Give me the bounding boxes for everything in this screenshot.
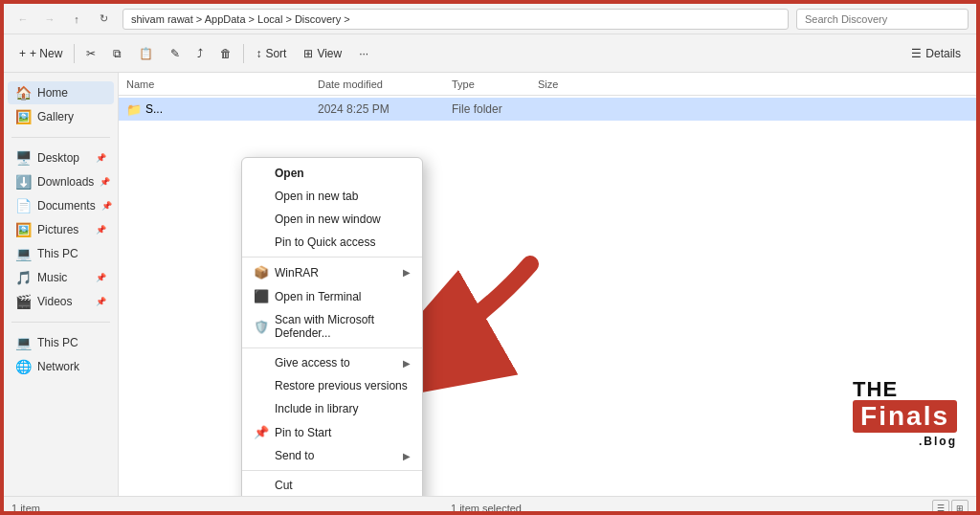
ctx-terminal[interactable]: ⬛ Open in Terminal [242, 284, 422, 308]
sidebar-pictures-label: Pictures [37, 223, 78, 236]
sidebar-item-documents[interactable]: 📄 Documents 📌 [8, 194, 114, 217]
ctx-pin[interactable]: Pin to Quick access [242, 231, 422, 254]
sidebar-item-thispc2[interactable]: 💻 This PC [8, 331, 114, 354]
logo-finals-box: Finals [853, 400, 957, 433]
ctx-cut[interactable]: Cut [242, 474, 422, 496]
ctx-winrar[interactable]: 📦 WinRAR ▶ [242, 260, 422, 284]
logo-blog: .Blog [853, 435, 957, 448]
sidebar-divider-2 [11, 322, 110, 323]
ctx-open-tab-label: Open in new tab [275, 190, 358, 203]
file-name: S... [145, 102, 318, 116]
ctx-restore-label: Restore previous versions [275, 379, 408, 392]
sidebar-item-gallery[interactable]: 🖼️ Gallery [8, 105, 114, 128]
ctx-open-label: Open [275, 167, 304, 180]
more-button[interactable]: ··· [351, 39, 376, 68]
ctx-give-access-label: Give access to [275, 356, 350, 369]
folder-icon: 📁 [126, 102, 142, 117]
toolbar: + + New ✂ ⧉ 📋 ✎ ⤴ 🗑 ↕ Sort ⊞ View ··· ☰ … [4, 34, 976, 73]
ctx-open-tab[interactable]: Open in new tab [242, 185, 422, 208]
view-label: View [317, 47, 342, 60]
sort-icon: ↕ [256, 47, 261, 60]
ctx-give-access[interactable]: Give access to ▶ [242, 351, 422, 374]
new-icon: + [19, 47, 26, 60]
sidebar-item-network[interactable]: 🌐 Network [8, 355, 114, 378]
new-label: + New [30, 47, 62, 60]
content-area[interactable]: Name Date modified Type Size 📁 S... 2024… [119, 73, 976, 496]
ctx-defender-icon: 🛡️ [254, 320, 269, 334]
new-button[interactable]: + + New [11, 39, 70, 68]
sidebar-item-videos[interactable]: 🎬 Videos 📌 [8, 290, 114, 313]
view-icon: ⊞ [303, 47, 313, 60]
ctx-divider-2 [242, 347, 422, 348]
refresh-button[interactable]: ↻ [92, 8, 115, 31]
address-text: shivam rawat > AppData > Local > Discove… [131, 13, 350, 25]
ctx-send-to-label: Send to [275, 449, 314, 462]
list-view-icon[interactable]: ☰ [932, 500, 949, 516]
column-headers: Name Date modified Type Size [119, 73, 976, 96]
cut-button[interactable]: ✂ [78, 39, 103, 68]
logo-area: THE Finals .Blog [853, 379, 957, 448]
logo-finals: Finals [860, 401, 949, 431]
delete-button[interactable]: 🗑 [212, 39, 239, 68]
sort-label: Sort [265, 47, 286, 60]
table-row[interactable]: 📁 S... 2024 8:25 PM File folder [119, 98, 976, 121]
sidebar-section-bottom: 💻 This PC 🌐 Network [4, 326, 118, 383]
ctx-winrar-icon: 📦 [254, 265, 269, 280]
paste-icon: 📋 [139, 47, 153, 60]
sidebar-downloads-label: Downloads [37, 175, 94, 189]
search-input[interactable] [796, 9, 969, 30]
desktop-icon: 🖥️ [15, 150, 32, 166]
ctx-open[interactable]: Open [242, 162, 422, 185]
ctx-restore[interactable]: Restore previous versions [242, 374, 422, 397]
ctx-send-to-arrow: ▶ [403, 451, 411, 461]
ctx-send-to[interactable]: Send to ▶ [242, 444, 422, 467]
pin-icon-desktop: 📌 [96, 153, 106, 163]
sidebar-item-downloads[interactable]: ⬇️ Downloads 📌 [8, 170, 114, 193]
pin-icon-documents: 📌 [101, 201, 112, 211]
ctx-winrar-label: WinRAR [275, 266, 319, 280]
ctx-defender[interactable]: 🛡️ Scan with Microsoft Defender... [242, 308, 422, 345]
copy-button[interactable]: ⧉ [105, 39, 129, 68]
ctx-terminal-icon: ⬛ [254, 289, 269, 303]
downloads-icon: ⬇️ [15, 174, 32, 190]
share-button[interactable]: ⤴ [189, 39, 211, 68]
ctx-open-window[interactable]: Open in new window [242, 208, 422, 231]
up-button[interactable]: ↑ [65, 8, 88, 31]
pictures-icon: 🖼️ [15, 222, 32, 237]
sort-button[interactable]: ↕ Sort [248, 39, 294, 68]
sidebar-divider-1 [11, 137, 110, 138]
sidebar-item-pictures[interactable]: 🖼️ Pictures 📌 [8, 218, 114, 241]
ctx-divider-1 [242, 257, 422, 258]
col-header-name: Name [126, 78, 318, 90]
grid-view-icon[interactable]: ⊞ [951, 500, 969, 516]
rename-button[interactable]: ✎ [163, 39, 188, 68]
share-icon: ⤴ [197, 47, 203, 60]
col-header-type: Type [452, 78, 538, 90]
gallery-icon: 🖼️ [15, 109, 32, 124]
ctx-include-library[interactable]: Include in library [242, 397, 422, 420]
status-bar: 1 item 1 item selected ☰ ⊞ [4, 496, 976, 515]
sidebar-item-music[interactable]: 🎵 Music 📌 [8, 266, 114, 289]
sidebar-item-thispc[interactable]: 💻 This PC [8, 242, 114, 265]
details-button[interactable]: ☰ Details [903, 39, 969, 68]
sidebar-item-desktop[interactable]: 🖥️ Desktop 📌 [8, 146, 114, 169]
sidebar-section-quick: 🖥️ Desktop 📌 ⬇️ Downloads 📌 📄 Documents … [4, 142, 118, 318]
status-items: 1 item [11, 503, 40, 514]
ctx-pin-start[interactable]: 📌 Pin to Start [242, 420, 422, 444]
sidebar-videos-label: Videos [37, 295, 72, 308]
thispc2-icon: 💻 [15, 335, 32, 350]
sidebar-item-home[interactable]: 🏠 Home [8, 81, 114, 104]
pin-icon-downloads: 📌 [100, 177, 110, 187]
sidebar-home-label: Home [37, 86, 68, 100]
back-button[interactable]: ← [11, 8, 34, 31]
paste-button[interactable]: 📋 [131, 39, 161, 68]
forward-button[interactable]: → [38, 8, 61, 31]
main-layout: 🏠 Home 🖼️ Gallery 🖥️ Desktop 📌 ⬇️ Downlo… [4, 73, 976, 496]
view-button[interactable]: ⊞ View [296, 39, 349, 68]
address-bar[interactable]: shivam rawat > AppData > Local > Discove… [122, 9, 789, 30]
ctx-include-library-label: Include in library [275, 402, 358, 415]
col-header-date: Date modified [318, 78, 452, 90]
logo-finals-row: Finals [853, 400, 957, 433]
logo-the: THE [853, 379, 957, 400]
toolbar-sep-2 [243, 44, 244, 63]
